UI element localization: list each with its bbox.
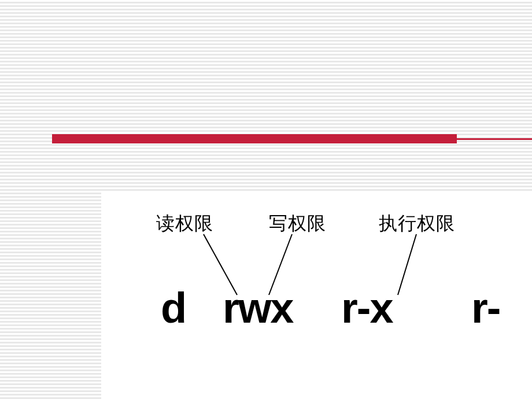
perm-owner: rwx xyxy=(223,283,293,332)
label-write-permission: 写权限 xyxy=(269,211,326,237)
label-read-permission: 读权限 xyxy=(156,211,213,237)
title-underline-thin xyxy=(457,138,532,140)
perm-other-partial: r- xyxy=(471,283,500,332)
label-execute-permission: 执行权限 xyxy=(379,211,455,237)
perm-group: r-x xyxy=(341,283,393,332)
perm-type-char: d xyxy=(161,283,186,332)
title-underline-thick xyxy=(52,134,457,143)
